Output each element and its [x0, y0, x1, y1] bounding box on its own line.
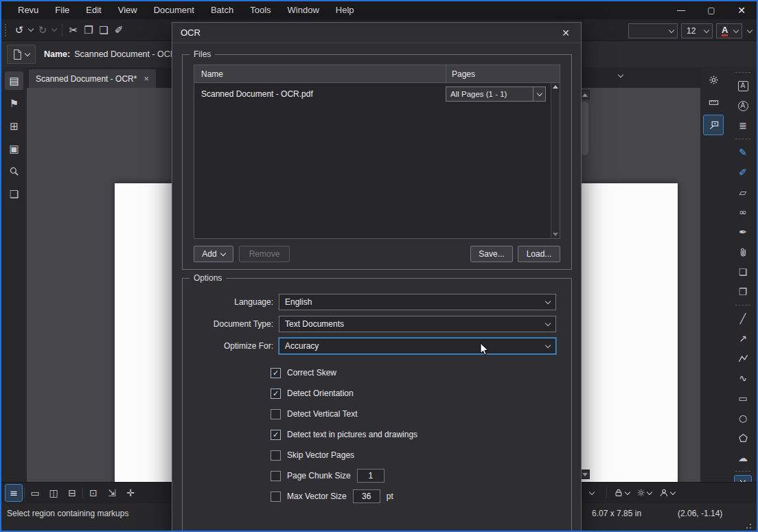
properties-panel-icon[interactable]	[704, 70, 723, 89]
cut-button[interactable]: ✂	[66, 22, 81, 38]
pages-select-chevron[interactable]	[533, 87, 545, 101]
checked-checkbox[interactable]: ✓	[271, 389, 281, 399]
ellipse-tool-icon[interactable]: ○	[734, 409, 752, 427]
number-input[interactable]: 1	[357, 469, 384, 483]
dialog-close-button[interactable]: ✕	[559, 26, 573, 40]
arrow-tool-icon[interactable]: ↗	[734, 329, 752, 347]
thumbnails-panel-icon[interactable]: ▤	[5, 71, 23, 90]
menu-item-edit[interactable]: Edit	[78, 1, 109, 19]
close-button[interactable]: ✕	[726, 1, 757, 19]
document-type-select[interactable]: Text Documents	[279, 316, 556, 332]
scroll-down-button[interactable]	[580, 470, 590, 479]
unchecked-checkbox[interactable]	[271, 471, 281, 481]
toolbar-overflow-chevron-icon[interactable]	[746, 23, 754, 39]
remove-button[interactable]: Remove	[239, 246, 290, 262]
checked-checkbox[interactable]: ✓	[271, 368, 281, 378]
up-arrow-icon[interactable]	[553, 85, 558, 89]
split-vertical-icon[interactable]: ◫	[45, 485, 62, 501]
menu-item-view[interactable]: View	[110, 1, 146, 19]
undo-history-chevron-icon[interactable]	[27, 22, 35, 38]
dialog-titlebar[interactable]: OCR ✕	[172, 23, 581, 43]
minimize-button[interactable]: —	[666, 1, 696, 19]
links-panel-icon[interactable]: ❏	[5, 185, 23, 203]
rectangle-tool-icon[interactable]: ▭	[734, 389, 752, 407]
menu-item-revu[interactable]: Revu	[10, 1, 47, 19]
font-size-select[interactable]: 12	[681, 23, 713, 38]
attachment-tool-icon[interactable]	[734, 243, 752, 261]
file-row[interactable]: Scanned Document - OCR.pdfAll Pages (1 -…	[194, 83, 560, 105]
callout-tool-icon[interactable]	[704, 115, 723, 135]
cloud-tool-icon[interactable]: ☁	[734, 449, 752, 467]
checked-checkbox[interactable]: ✓	[271, 430, 281, 440]
list-scrollbar[interactable]	[551, 83, 560, 238]
pan-tool-icon[interactable]: ✛	[122, 485, 139, 501]
polygon-tool-icon[interactable]	[734, 429, 752, 447]
file-access-panel-icon[interactable]: ⊞	[5, 117, 23, 135]
copy-button[interactable]: ❐	[81, 22, 96, 38]
single-pane-icon[interactable]: ▭	[27, 485, 43, 501]
scrollbar-thumb[interactable]	[581, 102, 588, 155]
redo-button[interactable]: ↻	[35, 22, 50, 38]
text-box-tool-icon[interactable]: A	[734, 77, 752, 95]
split-horizontal-icon[interactable]: ⊟	[64, 485, 80, 501]
toolbar-grip[interactable]	[5, 24, 7, 36]
tab-overflow-chevron-icon[interactable]	[618, 72, 623, 78]
font-family-select[interactable]	[628, 23, 678, 38]
files-buttons-row: Add Remove Save... Load...	[194, 246, 560, 264]
tab-close-icon[interactable]: ×	[143, 73, 149, 84]
export-page-tool-icon[interactable]: ❐	[734, 283, 752, 301]
maximize-button[interactable]: ▢	[696, 1, 726, 19]
checkbox-row: ✓Detect text in pictures and drawings	[271, 427, 417, 442]
menu-item-file[interactable]: File	[47, 1, 78, 19]
pen-tool-icon[interactable]: ✎	[734, 143, 752, 161]
import-page-tool-icon[interactable]: ❏	[734, 263, 752, 281]
format-painter-button[interactable]: ✐	[111, 22, 126, 38]
menu-item-help[interactable]: Help	[328, 1, 363, 19]
tab-scanned-document[interactable]: Scanned Document - OCR* ×	[29, 69, 156, 88]
fit-width-icon[interactable]: ⇲	[104, 485, 120, 501]
font-color-select[interactable]: A	[716, 23, 742, 38]
document-lock-icon[interactable]	[613, 485, 630, 501]
measure-tool-icon[interactable]	[704, 93, 723, 112]
highlighter-tool-icon[interactable]: ✐	[734, 163, 752, 181]
dimmer-icon[interactable]: ☼	[636, 485, 652, 501]
menu-item-tools[interactable]: Tools	[242, 1, 279, 19]
number-input[interactable]: 36	[353, 489, 380, 503]
menu-item-window[interactable]: Window	[279, 1, 328, 19]
line-tool-icon[interactable]: ╱	[734, 310, 752, 327]
menu-item-batch[interactable]: Batch	[203, 1, 242, 19]
redo-history-chevron-icon[interactable]	[50, 22, 58, 38]
language-select[interactable]: English	[279, 294, 556, 310]
sets-panel-icon[interactable]: ▣	[5, 139, 23, 158]
load-button[interactable]: Load...	[518, 246, 560, 262]
undo-button[interactable]: ↺	[12, 22, 27, 38]
paste-button[interactable]: ❏	[96, 22, 111, 38]
unchecked-checkbox[interactable]	[271, 491, 281, 502]
bookmarks-panel-icon[interactable]: ⚑	[5, 94, 23, 113]
save-button[interactable]: Save...	[470, 246, 513, 262]
optimize-for-select-value: Accuracy	[285, 341, 319, 351]
curve-tool-icon[interactable]: ∿	[734, 369, 752, 387]
unchecked-checkbox[interactable]	[271, 450, 281, 461]
profile-icon[interactable]	[658, 485, 675, 501]
eraser-tool-icon[interactable]: ▱	[734, 183, 752, 201]
up-arrow-icon	[582, 93, 588, 97]
signature-tool-icon[interactable]: ✒	[734, 223, 752, 241]
polyline-tool-icon[interactable]	[734, 349, 752, 367]
markups-list-toggle-icon[interactable]: ≡	[5, 485, 22, 501]
fit-page-icon[interactable]: ⊡	[85, 485, 102, 501]
optimize-for-select[interactable]: Accuracy	[279, 338, 556, 354]
view-mode-chevron-icon[interactable]	[584, 485, 600, 501]
pages-select[interactable]: All Pages (1 - 1)	[446, 86, 546, 102]
typewriter-tool-icon[interactable]: ≣	[734, 117, 752, 135]
page-setup-button[interactable]	[7, 45, 36, 64]
down-arrow-icon[interactable]	[553, 233, 558, 236]
resize-grip[interactable]	[750, 524, 751, 525]
unchecked-checkbox[interactable]	[271, 409, 281, 419]
note-tool-icon[interactable]: A	[734, 97, 752, 115]
add-button[interactable]: Add	[194, 246, 233, 262]
search-panel-icon[interactable]	[5, 162, 23, 181]
hyperlink-tool-icon[interactable]: ∞	[734, 203, 752, 221]
scroll-up-button[interactable]	[580, 90, 590, 100]
menu-item-document[interactable]: Document	[146, 1, 203, 19]
